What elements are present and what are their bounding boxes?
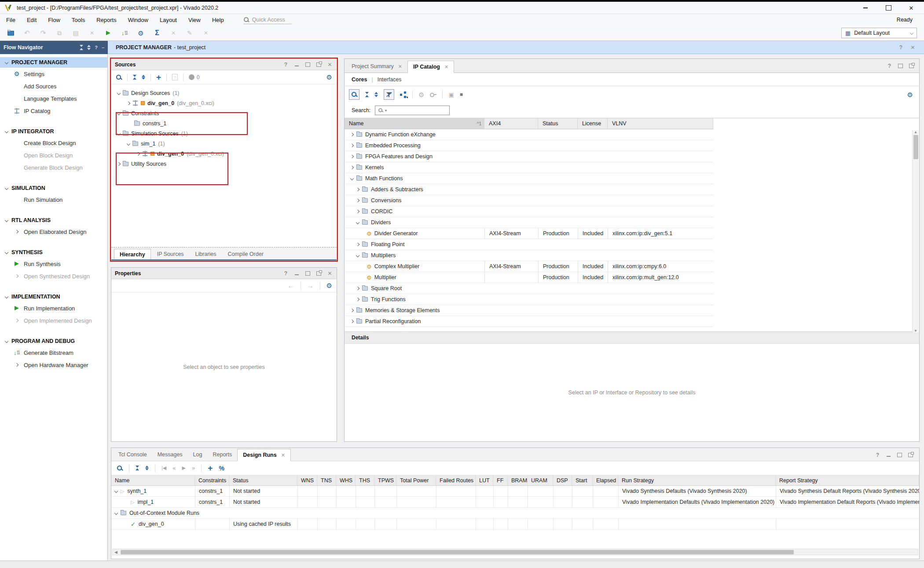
sources-panel-header[interactable]: Sources ? ✕ — [111, 59, 337, 70]
group-by-icon[interactable] — [400, 91, 407, 98]
run-row-div-gen-0[interactable]: ✓div_gen_0 Using cached IP results — [111, 519, 919, 530]
scrollbar-thumb[interactable] — [913, 135, 918, 159]
catalog-category-row[interactable]: CORDIC — [345, 206, 713, 217]
help-icon[interactable]: ? — [886, 62, 893, 69]
float-icon[interactable] — [907, 451, 914, 458]
gear-icon[interactable]: ⚙ — [326, 282, 332, 289]
abort-icon[interactable]: ✕ — [202, 29, 210, 37]
maximize-icon[interactable] — [304, 61, 311, 68]
sidebar-item-open-implemented-design[interactable]: Open Implemented Design — [0, 314, 107, 327]
catalog-category-row[interactable]: Embedded Processing — [345, 140, 713, 151]
percent-icon[interactable]: % — [219, 465, 224, 472]
undo-icon[interactable]: ↶ — [22, 29, 31, 37]
scroll-down-icon[interactable]: ▼ — [914, 329, 917, 333]
collapse-all-icon[interactable] — [133, 75, 136, 80]
float-icon[interactable] — [908, 62, 915, 69]
run-row-impl-1[interactable]: ▷impl_1 constrs_1 Not started Vivado Imp… — [111, 497, 919, 508]
maximize-icon[interactable] — [304, 270, 311, 277]
tree-item-sim-1[interactable]: sim_1 (1) — [111, 138, 337, 149]
sidebar-section-ip-integrator[interactable]: IP INTEGRATOR — [0, 126, 107, 137]
run-icon[interactable] — [104, 29, 113, 37]
gear-icon[interactable]: ⚙ — [326, 74, 332, 80]
create-runs-icon[interactable]: + — [208, 464, 213, 472]
tab-log[interactable]: Log — [188, 448, 208, 461]
tree-item-constrs-1[interactable]: constrs_1 — [111, 118, 337, 128]
menu-edit[interactable]: Edit — [27, 17, 37, 23]
stop-icon[interactable]: ■ — [460, 91, 463, 98]
sidebar-section-synthesis[interactable]: SYNTHESIS — [0, 247, 107, 258]
tab-ip-catalog[interactable]: IP Catalog ✕ — [407, 61, 454, 73]
catalog-ip-row-divider-generator[interactable]: ⚙Divider Generator AXI4-Stream Productio… — [345, 228, 713, 239]
sidebar-item-run-simulation[interactable]: Run Simulation — [0, 193, 107, 206]
close-icon[interactable]: ✕ — [907, 4, 915, 11]
collapse-all-icon[interactable] — [365, 92, 369, 97]
menu-reports[interactable]: Reports — [96, 17, 117, 23]
layout-selector[interactable]: ▦ Default Layout — [841, 28, 917, 38]
sigma-report-icon[interactable]: Σ — [153, 29, 161, 37]
paste-icon[interactable]: ▤ — [71, 29, 80, 37]
help-icon[interactable]: ? — [282, 61, 289, 68]
horizontal-scrollbar[interactable]: ◀ — [112, 549, 918, 555]
column-axi4[interactable]: AXI4 — [484, 118, 538, 129]
step-forward-icon[interactable]: » — [192, 465, 195, 471]
copy-icon[interactable]: ⧉ — [55, 29, 64, 37]
tab-compile-order[interactable]: Compile Order — [223, 249, 269, 259]
collapse-all-icon[interactable] — [80, 45, 83, 50]
catalog-ip-row-multiplier[interactable]: ⚙Multiplier Production Included xilinx.c… — [345, 272, 713, 283]
menu-flow[interactable]: Flow — [48, 17, 60, 23]
gear-icon[interactable]: ⚙ — [907, 91, 913, 98]
minimize-icon[interactable] — [862, 4, 869, 11]
run-row-synth-1[interactable]: ▷synth_1 constrs_1 Not started Vivado Sy… — [111, 486, 919, 497]
scroll-left-icon[interactable]: ◀ — [113, 550, 119, 554]
float-icon[interactable] — [315, 270, 322, 277]
sidebar-section-simulation[interactable]: SIMULATION — [0, 183, 107, 193]
tab-hierarchy[interactable]: Hierarchy — [114, 249, 151, 259]
tab-reports[interactable]: Reports — [207, 448, 237, 461]
menu-layout[interactable]: Layout — [160, 17, 177, 23]
minimize-icon[interactable]: – — [102, 45, 104, 50]
close-icon[interactable]: ✕ — [326, 270, 333, 277]
step-first-icon[interactable]: |◀ — [161, 465, 166, 471]
edit-pencil-icon[interactable]: ✎ — [185, 29, 194, 37]
collapse-all-icon[interactable] — [136, 466, 139, 471]
sidebar-item-open-elaborated-design[interactable]: Open Elaborated Design — [0, 226, 107, 238]
tab-design-runs[interactable]: Design Runs ✕ — [237, 449, 291, 461]
sidebar-item-language-templates[interactable]: Language Templates — [0, 92, 107, 105]
tree-item-constraints[interactable]: Constraints — [111, 108, 337, 118]
tab-messages[interactable]: Messages — [152, 448, 188, 461]
wrench-icon[interactable]: ⚙ — [418, 91, 424, 98]
catalog-category-row[interactable]: Dividers — [345, 217, 713, 228]
add-sources-icon[interactable]: + — [156, 73, 161, 81]
report-ip-status-icon[interactable]: ? — [172, 74, 178, 80]
minimize-icon[interactable] — [293, 61, 300, 68]
sidebar-item-add-sources[interactable]: Add Sources — [0, 80, 107, 92]
float-icon[interactable] — [315, 61, 322, 68]
sidebar-item-open-hardware-manager[interactable]: Open Hardware Manager — [0, 359, 107, 371]
close-icon[interactable]: ✕ — [281, 452, 285, 458]
catalog-ip-row-complex-multiplier[interactable]: ⚙Complex Multiplier AXI4-Stream Producti… — [345, 261, 713, 272]
close-icon[interactable]: ✕ — [909, 44, 916, 51]
catalog-category-row[interactable]: Memories & Storage Elements — [345, 305, 713, 316]
license-key-icon[interactable] — [430, 92, 436, 97]
maximize-icon[interactable] — [897, 62, 904, 69]
vertical-scrollbar[interactable]: ▲ ▼ — [912, 130, 919, 333]
catalog-category-row[interactable]: Math Functions — [345, 173, 713, 184]
filter-icon[interactable] — [384, 89, 394, 100]
search-icon[interactable] — [117, 465, 123, 471]
expand-all-icon[interactable] — [87, 45, 91, 50]
sidebar-item-run-synthesis[interactable]: Run Synthesis — [0, 258, 107, 270]
help-icon[interactable]: ? — [898, 44, 904, 51]
sidebar-item-generate-block-design[interactable]: Generate Block Design — [0, 161, 107, 174]
close-icon[interactable]: ✕ — [326, 61, 333, 68]
cancel-icon[interactable]: ✕ — [169, 29, 178, 37]
minimize-icon[interactable] — [293, 270, 300, 277]
sidebar-section-project-manager[interactable]: PROJECT MANAGER — [0, 57, 107, 68]
maximize-icon[interactable] — [896, 451, 903, 458]
sidebar-item-open-synthesized-design[interactable]: Open Synthesized Design — [0, 270, 107, 282]
catalog-category-row[interactable]: Adders & Subtracters — [345, 184, 713, 195]
column-status[interactable]: Status — [538, 118, 578, 129]
help-icon[interactable]: ? — [282, 270, 289, 277]
tab-project-summary[interactable]: Project Summary ✕ — [346, 60, 407, 73]
catalog-category-row[interactable]: Partial Reconfiguration — [345, 316, 713, 327]
expand-all-icon[interactable] — [374, 92, 378, 97]
